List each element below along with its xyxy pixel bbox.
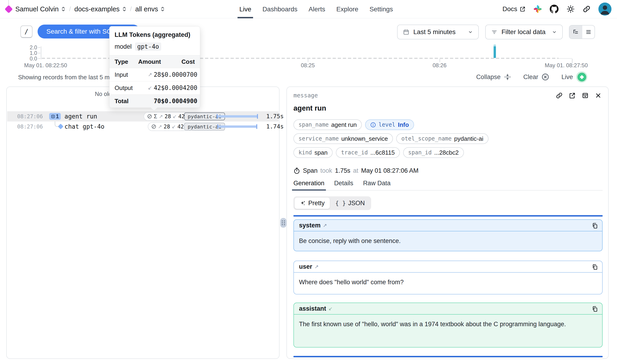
message-role: assistant: [299, 305, 326, 312]
info-icon: [370, 122, 376, 128]
filter-icon: [491, 28, 498, 36]
grip-dots-icon: [282, 221, 285, 225]
chip-trace-id[interactable]: trace_id ...6c8115: [336, 147, 400, 158]
pretty-option[interactable]: Pretty: [295, 197, 330, 209]
chip-level[interactable]: level Info: [365, 119, 414, 130]
logfire-app: Samuel Colvin / docs-examples / all envs: [0, 0, 617, 364]
detail-title: agent run: [293, 104, 326, 112]
output-arrow-icon: ↙: [172, 124, 176, 129]
span-word: Span: [303, 167, 317, 174]
live-toggle[interactable]: Live: [561, 71, 587, 82]
span-name: chat gpt-4o: [65, 121, 104, 132]
share-link-icon[interactable]: [583, 5, 591, 13]
docs-link[interactable]: Docs: [502, 5, 525, 13]
topbar-actions: Docs: [502, 0, 611, 18]
chip-kind[interactable]: kind span: [293, 147, 333, 158]
chip-service-name[interactable]: service_name unknown_service: [293, 133, 393, 144]
live-label: Live: [561, 74, 573, 81]
message-text: Be concise, reply with one sentence.: [294, 231, 602, 250]
x-axis-tick-label: 08:25: [296, 62, 319, 69]
chip-otel-scope-name[interactable]: otel_scope_name pydantic-ai: [396, 133, 488, 144]
span-duration: 1.75s: [258, 111, 284, 121]
copy-icon[interactable]: [591, 222, 598, 229]
time-range-value: Last 5 minutes: [413, 28, 464, 36]
open-in-new-icon[interactable]: [569, 92, 576, 99]
y-axis-tick: [38, 58, 40, 59]
child-count: 1: [56, 113, 59, 120]
pretty-json-toggle: Pretty { } JSON: [293, 196, 371, 210]
tab-explore[interactable]: Explore: [336, 0, 358, 18]
chevron-down-icon: [551, 29, 557, 35]
json-option[interactable]: { } JSON: [330, 197, 370, 209]
theme-sun-icon[interactable]: [566, 5, 575, 13]
x-axis-end-label: May 01. 08:27:50: [531, 62, 588, 69]
collapse-children-badge[interactable]: 1: [49, 113, 61, 120]
scroll-indicator-top: [293, 215, 603, 217]
y-axis-tick-label: 1.0: [25, 50, 37, 56]
y-axis-tick-label: 0.0: [25, 56, 37, 62]
env-selector[interactable]: all envs: [135, 5, 165, 13]
list-view-icon: [585, 29, 592, 35]
clear-button[interactable]: Clear: [523, 73, 550, 81]
copy-icon[interactable]: [591, 306, 598, 312]
tooltip-title: LLM Tokens (aggregated): [109, 26, 200, 39]
token-usage-pill[interactable]: ↗ 28 ↙ 42: [148, 122, 187, 131]
tooltip-table-header: Type Amount Cost: [109, 55, 200, 68]
project-selector[interactable]: docs-examples: [75, 5, 127, 13]
token-usage-pill[interactable]: Σ ↗ 28 ↙ 42: [144, 112, 188, 121]
span-duration-bar: [217, 114, 258, 119]
tab-dashboards[interactable]: Dashboards: [262, 0, 297, 18]
trace-row-agent-run[interactable]: 08:27:06 1 agent run Σ ↗ 28 ↙ 42 pydanti…: [7, 111, 279, 121]
slack-icon[interactable]: [534, 5, 542, 13]
output-tokens: 42: [178, 113, 185, 119]
dock-panel-icon[interactable]: [582, 92, 589, 99]
time-range-dropdown[interactable]: Last 5 minutes: [397, 25, 479, 39]
copy-icon[interactable]: [591, 264, 598, 270]
y-axis-line: [41, 46, 41, 59]
span-duration-bar: [217, 124, 257, 129]
message-card-assistant: assistant ↙ The first known use of "hell…: [293, 303, 603, 348]
chip-span-name[interactable]: span_name agent run: [293, 119, 362, 130]
tree-view-button[interactable]: [569, 26, 582, 39]
output-arrow-icon: ↙: [148, 85, 152, 91]
input-arrow-icon: ↗: [159, 114, 163, 119]
tab-settings[interactable]: Settings: [369, 0, 393, 18]
x-axis-start-label: May 01. 08:22:50: [24, 62, 67, 69]
scroll-indicator-bottom: [293, 356, 603, 357]
close-icon[interactable]: [595, 92, 602, 99]
org-selector[interactable]: Samuel Colvin: [15, 5, 66, 13]
panel-resize-handle[interactable]: [280, 218, 287, 228]
logfire-logo-icon[interactable]: [5, 5, 13, 13]
input-tokens: 28: [164, 113, 171, 119]
timeline-tail: [559, 58, 572, 59]
detail-panel-actions: [556, 92, 602, 99]
project-name: docs-examples: [75, 5, 120, 13]
tab-generation[interactable]: Generation: [293, 180, 325, 187]
sigma-aggregate-icon: Σ: [154, 113, 157, 120]
tab-live[interactable]: Live: [239, 0, 251, 18]
filter-local-data-dropdown[interactable]: Filter local data: [485, 25, 563, 39]
copy-link-icon[interactable]: [556, 92, 563, 99]
input-arrow-icon: ↗: [158, 124, 162, 129]
collapse-button[interactable]: Collapse: [476, 73, 511, 81]
message-card-system: system ↗ Be concise, reply with one sent…: [293, 219, 603, 251]
span-detail-panel: message agent run span_name agent run: [287, 87, 609, 359]
tab-raw-data[interactable]: Raw Data: [363, 180, 391, 187]
trace-row-chat-gpt-4o[interactable]: 08:27:06 chat gpt-4o ↗ 28 ↙ 42 pydantic-…: [7, 121, 279, 132]
message-direction-icon: ↙: [328, 306, 333, 311]
detail-tabs: Generation Details Raw Data: [293, 180, 603, 191]
tab-details[interactable]: Details: [334, 180, 354, 187]
filter-value: Filter local data: [501, 28, 548, 36]
list-view-button[interactable]: [582, 26, 594, 39]
github-icon[interactable]: [550, 5, 559, 13]
model-value: gpt-4o: [135, 42, 161, 51]
message-text: Where does "hello world" come from?: [294, 273, 602, 292]
took-word: took: [320, 167, 332, 174]
docs-label: Docs: [502, 5, 517, 13]
user-avatar[interactable]: [598, 2, 611, 15]
trace-list-panel: No older records in the last 5 minutes 0…: [6, 87, 279, 359]
trace-histogram-bar[interactable]: [494, 44, 496, 58]
tab-alerts[interactable]: Alerts: [309, 0, 325, 18]
chip-span-id[interactable]: span_id ...28cbc2: [403, 147, 464, 158]
tooltip-row-input: Input ↗28 $0.0000700: [109, 68, 200, 81]
